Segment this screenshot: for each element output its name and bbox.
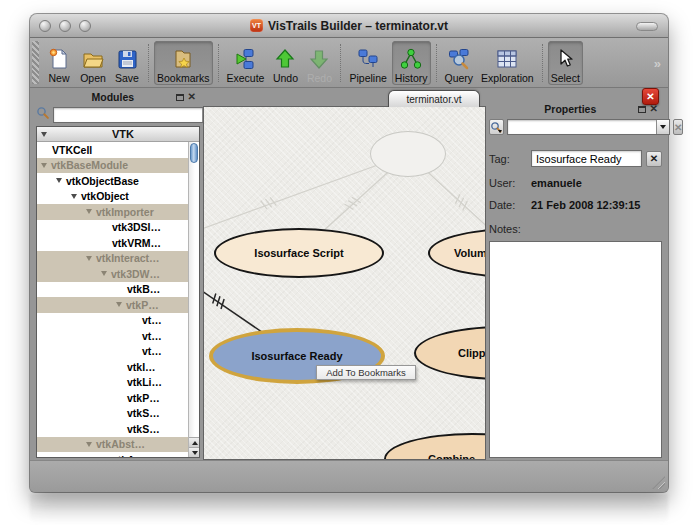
toolbar-button-label: Redo — [307, 72, 332, 84]
toolbar-button-save[interactable]: Save — [111, 41, 143, 85]
tree-item-vt[interactable]: vt… — [37, 313, 188, 329]
tree-item-vtkobject[interactable]: vtkObject — [37, 189, 188, 205]
tree-item-vt[interactable]: vt… — [37, 344, 188, 360]
tree-item-vtkbasemodule[interactable]: vtkBaseModule — [37, 158, 188, 174]
tree-item-label: vt… — [142, 330, 162, 342]
version-tree-canvas[interactable]: Isosurface ScriptVolumIsosurface ReadyCl… — [203, 106, 486, 460]
close-window-button[interactable] — [39, 20, 51, 32]
tree-item-label: vtkA… — [112, 454, 145, 457]
exploration-grid-icon — [494, 46, 520, 72]
scroll-down-button[interactable] — [189, 447, 200, 457]
close-view-button[interactable]: ✕ — [642, 88, 659, 105]
history-tree-icon — [398, 46, 424, 72]
tree-item-label: vtkP… — [126, 299, 159, 311]
title-bar[interactable]: VT VisTrails Builder – terminator.vt — [30, 14, 668, 38]
expand-arrow-icon[interactable] — [101, 271, 107, 276]
tree-item-label: vtkObject — [81, 190, 129, 202]
toolbar-button-query[interactable]: Query — [442, 41, 477, 85]
tree-item-vtkb[interactable]: vtkB… — [37, 282, 188, 298]
scrollbar-thumb[interactable] — [190, 143, 198, 163]
toolbar-button-label: Save — [115, 72, 139, 84]
tree-item-vtks[interactable]: vtkS… — [37, 406, 188, 422]
expand-arrow-icon[interactable] — [86, 442, 92, 447]
tree-item-label: vtkS… — [127, 407, 160, 419]
tree-item-vtkli[interactable]: vtkLi… — [37, 375, 188, 391]
tree-item-vtk3dsi[interactable]: vtk3DSI… — [37, 220, 188, 236]
float-panel-icon[interactable] — [638, 106, 646, 113]
toolbar-button-redo[interactable]: Redo — [303, 41, 335, 85]
toolbar-button-undo[interactable]: Undo — [269, 41, 301, 85]
properties-panel: Properties ✕ ✕ Tag: ✕ — [489, 102, 662, 458]
expand-arrow-icon[interactable] — [86, 256, 92, 261]
query-search-icon — [446, 46, 472, 72]
expand-arrow-icon[interactable] — [56, 178, 62, 183]
tree-scrollbar[interactable] — [188, 142, 199, 457]
resize-grip[interactable] — [652, 476, 665, 489]
open-folder-icon — [80, 46, 106, 72]
tree-item-vtkimporter[interactable]: vtkImporter — [37, 204, 188, 220]
modules-panel-title: Modules — [50, 91, 176, 103]
toolbar-button-exploration[interactable]: Exploration — [478, 41, 537, 85]
collapse-arrow-icon[interactable] — [41, 132, 47, 137]
float-panel-icon[interactable] — [176, 94, 184, 101]
toolbar-separator — [542, 44, 543, 82]
tree-item-vtk3dw[interactable]: vtk3DW… — [37, 266, 188, 282]
properties-search-input[interactable] — [508, 120, 656, 134]
tree-item-vtks[interactable]: vtkS… — [37, 421, 188, 437]
modules-panel: Modules ✕ ✕ VTK VTKCellvtkBaseM — [36, 90, 200, 458]
window-reflection — [30, 494, 668, 524]
tree-rows: VTKCellvtkBaseModulevtkObjectBasevtkObje… — [37, 142, 188, 457]
vistrail-tab[interactable]: terminator.vt — [388, 90, 480, 107]
tree-item-vtkcell[interactable]: VTKCell — [37, 142, 188, 158]
tree-item-label: vt… — [142, 314, 162, 326]
properties-search-combo — [507, 119, 670, 135]
zoom-window-button[interactable] — [79, 20, 91, 32]
toolbar-button-pipeline[interactable]: Pipeline — [346, 41, 389, 85]
search-options-button[interactable] — [489, 119, 504, 135]
tree-header[interactable]: VTK — [37, 127, 199, 142]
tree-item-vt[interactable]: vt… — [37, 328, 188, 344]
close-panel-icon[interactable]: ✕ — [650, 104, 658, 114]
minimize-window-button[interactable] — [59, 20, 71, 32]
version-node-isosurface-script[interactable]: Isosurface Script — [214, 228, 384, 278]
tree-item-vtkp[interactable]: vtkP… — [37, 390, 188, 406]
tree-item-vtka[interactable]: vtkA… — [37, 452, 188, 457]
notes-textarea[interactable] — [489, 241, 662, 458]
execute-icon — [232, 46, 258, 72]
tree-item-vtkobjectbase[interactable]: vtkObjectBase — [37, 173, 188, 189]
expand-arrow-icon[interactable] — [71, 194, 77, 199]
tag-clear-button[interactable]: ✕ — [646, 151, 662, 167]
close-panel-icon[interactable]: ✕ — [188, 92, 196, 102]
expand-arrow-icon[interactable] — [116, 302, 122, 307]
toolbar-button-bookmarks[interactable]: Bookmarks — [154, 41, 213, 85]
properties-search-dropdown[interactable] — [656, 120, 669, 134]
toolbar-button-execute[interactable]: Execute — [224, 41, 268, 85]
toolbar-button-select[interactable]: Select — [548, 41, 583, 85]
tree-header-label: VTK — [51, 128, 195, 140]
expand-arrow-icon[interactable] — [86, 209, 92, 214]
modules-search-input[interactable] — [54, 108, 202, 122]
node-label: Isosurface Script — [254, 247, 343, 259]
toolbar-button-open[interactable]: Open — [77, 41, 109, 85]
toolbar-button-label: New — [48, 72, 69, 84]
bookmarks-folder-icon — [170, 46, 196, 72]
modules-search-row: ✕ — [36, 106, 200, 124]
node-label: Volum — [454, 247, 486, 259]
tree-item-vtkvrm[interactable]: vtkVRM… — [37, 235, 188, 251]
tree-item-vtkabst[interactable]: vtkAbst… — [37, 437, 188, 453]
tree-item-vtkinteract[interactable]: vtkInteract… — [37, 251, 188, 267]
version-node[interactable] — [370, 131, 446, 177]
tree-item-vtkp[interactable]: vtkP… — [37, 297, 188, 313]
user-value: emanuele — [531, 177, 582, 189]
node-label: Isosurface Ready — [251, 350, 342, 362]
toolbar-button-new[interactable]: New — [43, 41, 75, 85]
window-title: VisTrails Builder – terminator.vt — [268, 19, 448, 33]
expand-arrow-icon[interactable] — [41, 163, 47, 168]
scroll-up-button[interactable] — [189, 437, 200, 447]
tree-item-vtki[interactable]: vtkI… — [37, 359, 188, 375]
toolbar-overflow[interactable]: » — [651, 56, 664, 71]
toolbar-pill-button[interactable] — [636, 22, 658, 31]
properties-search-clear-button[interactable]: ✕ — [673, 119, 683, 135]
toolbar-button-history[interactable]: History — [392, 41, 431, 85]
tag-input[interactable] — [531, 150, 642, 167]
